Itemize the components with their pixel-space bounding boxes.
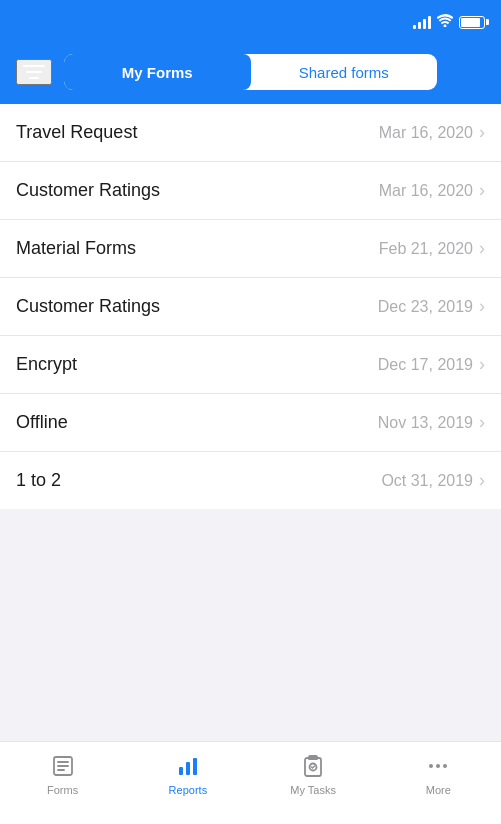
svg-rect-7 bbox=[179, 767, 183, 775]
list-item[interactable]: Travel Request Mar 16, 2020 › bbox=[0, 104, 501, 162]
item-right: Mar 16, 2020 › bbox=[379, 122, 485, 143]
status-icons bbox=[413, 14, 485, 30]
more-icon bbox=[424, 752, 452, 780]
item-date: Nov 13, 2019 bbox=[378, 414, 473, 432]
svg-rect-8 bbox=[186, 762, 190, 775]
chevron-right-icon: › bbox=[479, 238, 485, 259]
item-date: Dec 17, 2019 bbox=[378, 356, 473, 374]
item-date: Dec 23, 2019 bbox=[378, 298, 473, 316]
header: My Forms Shared forms bbox=[0, 44, 501, 104]
status-bar bbox=[0, 0, 501, 44]
item-right: Oct 31, 2019 › bbox=[381, 470, 485, 491]
nav-label: My Tasks bbox=[290, 784, 336, 796]
signal-icon bbox=[413, 15, 431, 29]
svg-point-13 bbox=[436, 764, 440, 768]
list-item[interactable]: 1 to 2 Oct 31, 2019 › bbox=[0, 452, 501, 509]
item-right: Dec 23, 2019 › bbox=[378, 296, 485, 317]
chevron-right-icon: › bbox=[479, 296, 485, 317]
item-name: Customer Ratings bbox=[16, 296, 160, 317]
item-name: Customer Ratings bbox=[16, 180, 160, 201]
filter-button[interactable] bbox=[16, 59, 52, 85]
bottom-nav: Forms Reports My Tasks More bbox=[0, 741, 501, 824]
svg-point-14 bbox=[443, 764, 447, 768]
item-name: Travel Request bbox=[16, 122, 137, 143]
nav-item-reports[interactable]: Reports bbox=[125, 752, 250, 796]
svg-rect-9 bbox=[193, 758, 197, 775]
item-name: Material Forms bbox=[16, 238, 136, 259]
item-name: Offline bbox=[16, 412, 68, 433]
forms-icon bbox=[49, 752, 77, 780]
item-date: Oct 31, 2019 bbox=[381, 472, 473, 490]
item-name: 1 to 2 bbox=[16, 470, 61, 491]
item-right: Feb 21, 2020 › bbox=[379, 238, 485, 259]
forms-list: Travel Request Mar 16, 2020 › Customer R… bbox=[0, 104, 501, 509]
nav-item-more[interactable]: More bbox=[376, 752, 501, 796]
tab-switcher: My Forms Shared forms bbox=[64, 54, 437, 90]
svg-point-12 bbox=[429, 764, 433, 768]
list-item[interactable]: Encrypt Dec 17, 2019 › bbox=[0, 336, 501, 394]
chevron-right-icon: › bbox=[479, 122, 485, 143]
chevron-right-icon: › bbox=[479, 470, 485, 491]
item-date: Mar 16, 2020 bbox=[379, 182, 473, 200]
nav-label: Forms bbox=[47, 784, 78, 796]
chevron-right-icon: › bbox=[479, 412, 485, 433]
tab-shared-forms[interactable]: Shared forms bbox=[251, 54, 438, 90]
tab-my-forms[interactable]: My Forms bbox=[64, 54, 251, 90]
item-date: Feb 21, 2020 bbox=[379, 240, 473, 258]
nav-item-forms[interactable]: Forms bbox=[0, 752, 125, 796]
item-right: Nov 13, 2019 › bbox=[378, 412, 485, 433]
reports-icon bbox=[174, 752, 202, 780]
list-item[interactable]: Offline Nov 13, 2019 › bbox=[0, 394, 501, 452]
battery-icon bbox=[459, 16, 485, 29]
list-item[interactable]: Customer Ratings Mar 16, 2020 › bbox=[0, 162, 501, 220]
item-name: Encrypt bbox=[16, 354, 77, 375]
list-item[interactable]: Material Forms Feb 21, 2020 › bbox=[0, 220, 501, 278]
item-right: Mar 16, 2020 › bbox=[379, 180, 485, 201]
nav-label: Reports bbox=[169, 784, 208, 796]
list-item[interactable]: Customer Ratings Dec 23, 2019 › bbox=[0, 278, 501, 336]
tasks-icon bbox=[299, 752, 327, 780]
nav-label: More bbox=[426, 784, 451, 796]
nav-item-my-tasks[interactable]: My Tasks bbox=[251, 752, 376, 796]
wifi-icon bbox=[437, 14, 453, 30]
chevron-right-icon: › bbox=[479, 180, 485, 201]
item-date: Mar 16, 2020 bbox=[379, 124, 473, 142]
chevron-right-icon: › bbox=[479, 354, 485, 375]
item-right: Dec 17, 2019 › bbox=[378, 354, 485, 375]
